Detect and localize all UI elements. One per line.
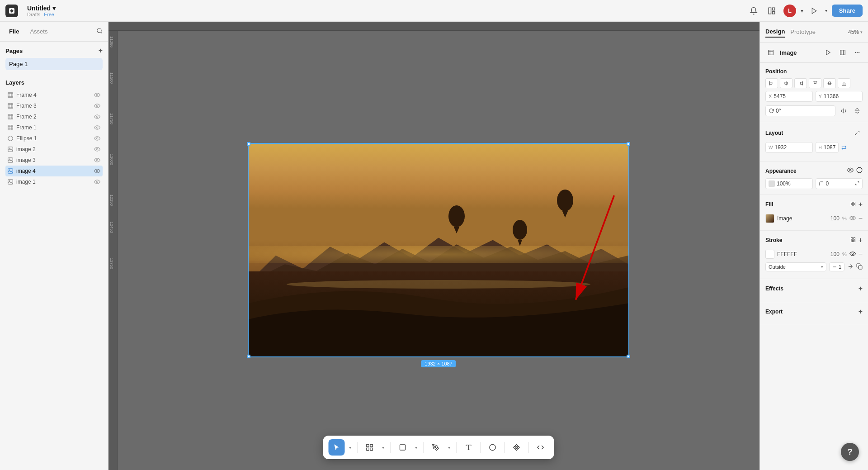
layer-item-frame1[interactable]: Frame 1 (5, 122, 103, 133)
remove-fill-button[interactable]: − (859, 214, 863, 223)
visibility-icon[interactable] (94, 125, 101, 130)
layer-item-frame2[interactable]: Frame 2 (5, 111, 103, 122)
help-button[interactable]: ? (841, 443, 859, 461)
visibility-icon[interactable] (94, 103, 101, 109)
rotation-field[interactable]: 0° (765, 105, 835, 116)
app-logo[interactable] (5, 5, 18, 17)
fill-grid-icon[interactable] (850, 201, 856, 208)
canvas-content[interactable]: 1932 × 1087 (118, 31, 760, 470)
width-field[interactable]: W 1932 (765, 142, 813, 153)
align-center-h[interactable] (780, 78, 793, 88)
link-proportions-icon[interactable]: ⇄ (840, 144, 848, 151)
stroke-visibility-icon[interactable] (849, 251, 856, 257)
avatar[interactable]: L (783, 5, 796, 17)
code-tool[interactable] (533, 439, 549, 456)
project-title[interactable]: Untitled ▾ (27, 5, 56, 12)
resize-handle-bl[interactable] (247, 355, 250, 358)
layer-item-frame4[interactable]: Frame 4 (5, 90, 103, 100)
transform-button[interactable] (823, 47, 834, 58)
remove-stroke-button[interactable]: − (859, 250, 863, 258)
add-page-button[interactable]: + (99, 47, 103, 54)
align-bottom[interactable] (838, 78, 850, 88)
visibility-icon[interactable] (94, 157, 101, 163)
selected-image-frame[interactable]: 1932 × 1087 (248, 143, 629, 357)
visibility-icon[interactable] (94, 136, 101, 141)
add-fill-button[interactable]: + (859, 200, 863, 209)
visibility-icon[interactable] (94, 179, 101, 185)
add-export-button[interactable]: + (859, 308, 863, 316)
add-effect-button[interactable]: + (859, 285, 863, 293)
layer-item-frame3[interactable]: Frame 3 (5, 100, 103, 111)
select-tool-dropdown[interactable]: ▾ (347, 439, 354, 456)
share-button[interactable]: Share (832, 5, 863, 17)
layer-item-image4[interactable]: image 4 (5, 166, 103, 176)
y-field[interactable]: Y 11366 (816, 91, 863, 102)
corner-expand-icon[interactable] (855, 180, 859, 187)
ellipse-tool[interactable] (485, 439, 501, 456)
layer-item-image1[interactable]: image 1 (5, 176, 103, 187)
height-field[interactable]: H 1087 (816, 142, 839, 153)
tab-file[interactable]: File (5, 26, 23, 37)
flip-v-button[interactable] (852, 105, 863, 116)
align-left[interactable] (765, 78, 778, 88)
select-tool[interactable] (329, 439, 345, 456)
tab-assets[interactable]: Assets (26, 26, 51, 37)
align-top[interactable] (809, 78, 821, 88)
title-area[interactable]: Untitled ▾ Drafts Free (27, 5, 56, 17)
rect-tool-dropdown[interactable]: ▾ (413, 439, 420, 456)
stroke-position-select[interactable]: Outside ▾ (765, 262, 826, 271)
svg-rect-0 (769, 8, 771, 14)
canvas-area[interactable]: 5475 5750 6000 6250 6500 6750 7000 7250 … (108, 22, 760, 470)
avatar-dropdown-icon[interactable]: ▾ (801, 8, 803, 14)
visibility-icon[interactable] (94, 92, 101, 98)
stroke-style-icon[interactable] (847, 263, 854, 271)
corner-field[interactable]: 0 (816, 178, 863, 189)
resize-handle-tl[interactable] (247, 142, 250, 146)
zoom-selector[interactable]: 45% ▾ (848, 29, 863, 35)
appearance-opacity-icon[interactable] (856, 167, 863, 175)
play-button[interactable] (808, 5, 821, 17)
pen-tool-dropdown[interactable]: ▾ (446, 439, 453, 456)
stroke-copy-icon[interactable] (856, 263, 863, 271)
tab-design[interactable]: Design (765, 26, 785, 38)
toolbar-separator (457, 442, 457, 453)
component-tool[interactable] (509, 439, 525, 456)
pen-tool[interactable] (428, 439, 444, 456)
resize-handle-tr[interactable] (627, 142, 630, 146)
layer-item-ellipse1[interactable]: Ellipse 1 (5, 133, 103, 144)
align-button[interactable] (765, 47, 776, 58)
align-middle-v[interactable] (823, 78, 836, 88)
frame-tool[interactable] (362, 439, 378, 456)
play-dropdown-icon[interactable]: ▾ (825, 8, 827, 13)
stroke-grid-icon[interactable] (850, 237, 856, 244)
fill-color-swatch[interactable] (765, 214, 774, 223)
stroke-width-field[interactable]: 1 (829, 262, 844, 271)
layout-toggle-icon[interactable] (765, 5, 778, 17)
constraints-button[interactable] (837, 47, 848, 58)
resize-handle-br[interactable] (627, 355, 630, 358)
stroke-color-swatch[interactable] (765, 250, 774, 259)
visibility-icon[interactable] (94, 147, 101, 152)
image-container[interactable]: 1932 × 1087 (248, 143, 629, 358)
layout-expand-icon[interactable] (852, 128, 863, 138)
add-stroke-button[interactable]: + (859, 236, 863, 244)
visibility-icon[interactable] (94, 168, 101, 174)
rect-tool[interactable] (395, 439, 411, 456)
search-icon[interactable] (96, 28, 103, 35)
more-button[interactable] (852, 47, 863, 58)
opacity-field[interactable]: 100% (765, 178, 813, 189)
flip-h-button[interactable] (838, 105, 849, 116)
notification-icon[interactable] (747, 5, 760, 17)
layer-item-image3[interactable]: image 3 (5, 155, 103, 166)
frame-tool-dropdown[interactable]: ▾ (380, 439, 387, 456)
fill-visibility-icon[interactable] (849, 215, 856, 222)
layer-item-image2[interactable]: image 2 (5, 144, 103, 155)
align-right[interactable] (794, 78, 807, 88)
page-item-1[interactable]: Page 1 (5, 58, 103, 70)
appearance-visible-icon[interactable] (847, 167, 854, 175)
text-tool[interactable] (461, 439, 477, 456)
canvas-image[interactable] (249, 144, 628, 356)
x-field[interactable]: X 5475 (765, 91, 813, 102)
tab-prototype[interactable]: Prototype (790, 27, 816, 37)
visibility-icon[interactable] (94, 114, 101, 119)
